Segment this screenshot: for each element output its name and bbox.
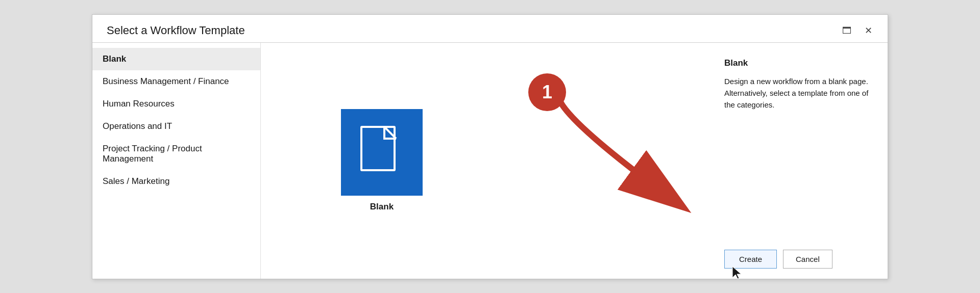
sidebar-item-ops[interactable]: Operations and IT — [92, 115, 260, 138]
right-panel-description: Design a new workflow from a blank page.… — [724, 75, 873, 111]
right-panel: Blank Design a new workflow from a blank… — [714, 43, 888, 279]
dialog-title-bar: Select a Workflow Template 🗖 ✕ — [92, 15, 888, 42]
minimize-button[interactable]: 🗖 — [839, 25, 854, 36]
sidebar-item-business[interactable]: Business Management / Finance — [92, 70, 260, 93]
cancel-button[interactable]: Cancel — [783, 250, 832, 269]
action-buttons: Create Cancel — [724, 250, 873, 269]
cursor-icon — [731, 265, 743, 280]
sidebar-item-sales[interactable]: Sales / Marketing — [92, 170, 260, 193]
svg-marker-3 — [732, 267, 741, 279]
template-display-area: Blank — [261, 43, 503, 279]
annotation-area: 1 — [503, 43, 714, 279]
sidebar: Blank Business Management / Finance Huma… — [92, 43, 261, 279]
template-label: Blank — [370, 202, 394, 212]
blank-template-icon — [341, 109, 423, 196]
blank-template-item[interactable]: Blank — [341, 109, 423, 212]
select-workflow-dialog: Select a Workflow Template 🗖 ✕ Blank Bus… — [92, 14, 888, 279]
dialog-body: Blank Business Management / Finance Huma… — [92, 43, 888, 279]
title-controls: 🗖 ✕ — [839, 25, 875, 36]
right-panel-title: Blank — [724, 58, 873, 68]
sidebar-item-project[interactable]: Project Tracking / Product Management — [92, 138, 260, 170]
sidebar-item-hr[interactable]: Human Resources — [92, 93, 260, 115]
close-button[interactable]: ✕ — [862, 25, 875, 36]
dialog-title: Select a Workflow Template — [107, 24, 245, 37]
annotation-arrow — [518, 84, 722, 226]
sidebar-item-blank[interactable]: Blank — [92, 48, 260, 70]
